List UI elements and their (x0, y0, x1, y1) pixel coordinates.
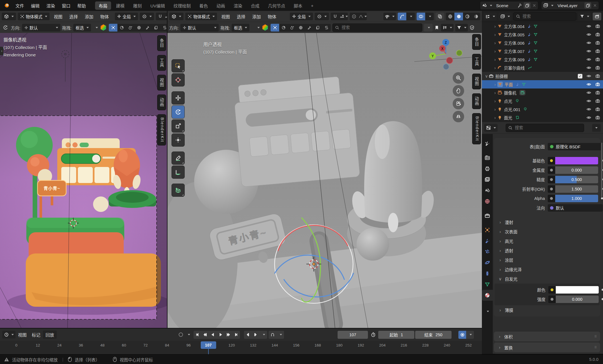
disable-render-camera-icon[interactable] (595, 90, 600, 95)
pin-icon[interactable] (517, 3, 522, 8)
workspace-tab-2[interactable]: 雕刻 (129, 1, 145, 10)
side-tab-4[interactable]: BlenderKit (472, 113, 481, 144)
next-frame-button[interactable] (252, 331, 259, 339)
section-header-5[interactable]: ›边缘光泽 (494, 265, 600, 274)
outliner-row-object[interactable]: ›摄像机 (482, 88, 603, 97)
play-button[interactable] (217, 331, 224, 339)
axis-y-label[interactable]: Y (431, 54, 434, 58)
object-name[interactable]: 面光 (504, 115, 512, 121)
expand-arrow-icon[interactable]: › (493, 107, 497, 112)
expand-arrow-icon[interactable]: › (493, 32, 497, 37)
jump-end-button[interactable] (232, 331, 240, 339)
shading-mode-group[interactable] (446, 13, 480, 20)
side-tab-4[interactable]: BlenderKit (157, 114, 166, 145)
axis-z-label[interactable]: Z (445, 41, 447, 45)
gizmo-group[interactable] (398, 13, 415, 20)
outliner-row-object[interactable]: ›立方体.007 (482, 47, 603, 55)
side-tab-1[interactable]: 工具 (472, 54, 481, 70)
surface-shader-field[interactable]: 原理化 BSDF (548, 143, 603, 150)
jump-start-button[interactable] (194, 331, 201, 339)
drag-handle-icon[interactable]: ⠿ (594, 335, 597, 339)
asset-nodegroup-button[interactable] (322, 24, 331, 32)
outliner-row-object[interactable]: ›点光.001 (482, 105, 603, 113)
properties-tab-render[interactable] (482, 152, 493, 163)
overlay-group[interactable] (417, 13, 434, 20)
object-name[interactable]: 立方体.007 (504, 48, 525, 54)
asset-nodegroup-button[interactable] (160, 24, 167, 32)
asset-search-input[interactable] (341, 25, 420, 30)
disable-render-camera-icon[interactable] (595, 74, 600, 78)
properties-tab-material[interactable] (482, 290, 493, 301)
properties-tab-viewlayer[interactable] (482, 174, 493, 185)
properties-tab-modifiers[interactable] (482, 235, 493, 246)
asset-brush-button[interactable] (143, 24, 152, 32)
object-name[interactable]: 摄像机 (504, 90, 517, 96)
slider-track[interactable]: 1.500 (555, 185, 598, 193)
viewport-menu-3[interactable]: 物体 (98, 13, 111, 19)
viewport-menu-3[interactable]: 物体 (265, 13, 279, 19)
loop-playback-button[interactable] (269, 331, 276, 339)
sidebar-expand-arrow[interactable]: › (0, 47, 3, 55)
expand-arrow-icon[interactable]: › (493, 66, 497, 70)
object-name[interactable]: 贝塞尔曲线 (504, 65, 525, 71)
annotate-tool-button[interactable] (172, 151, 185, 165)
outliner-row-object[interactable]: ›面光 (482, 113, 603, 122)
outliner-search-input[interactable] (522, 14, 574, 19)
outliner-search[interactable] (513, 12, 576, 21)
keyframe-dot-icon[interactable] (601, 197, 603, 199)
hide-viewport-eye-icon[interactable] (586, 82, 591, 87)
filter-button[interactable] (455, 24, 468, 32)
snap-options-button[interactable] (164, 13, 167, 20)
object-visibility-dropdown[interactable] (383, 13, 396, 20)
panel-1[interactable]: ›置换⠿ (494, 343, 600, 352)
viewport-menu-1[interactable]: 选择 (234, 13, 248, 19)
outliner-row-collection[interactable]: ∨拍摄棚✓ (482, 72, 603, 80)
viewlayer-copy-button[interactable] (584, 2, 591, 9)
scene-copy-button[interactable] (524, 2, 531, 9)
properties-tab-world[interactable] (482, 196, 493, 207)
orientation-dropdown[interactable]: 全局 (290, 13, 313, 20)
value-slider[interactable]: 0.500 (548, 176, 598, 183)
asset-model-button[interactable] (271, 24, 279, 32)
move-tool-button[interactable] (172, 91, 185, 105)
disable-render-camera-icon[interactable] (595, 24, 600, 29)
outliner-row-object[interactable]: ›贝塞尔曲线 (482, 64, 603, 72)
workspace-tab-6[interactable]: 动画 (213, 1, 229, 10)
asset-hdr-button[interactable] (296, 24, 305, 32)
side-tab-3[interactable]: 动画 (157, 95, 166, 110)
snap-group[interactable] (156, 13, 167, 20)
disable-render-camera-icon[interactable] (595, 82, 600, 87)
properties-tabs-overflow[interactable] (482, 306, 493, 317)
prev-keyframe-button[interactable] (201, 331, 209, 339)
properties-scrollbar[interactable] (601, 143, 602, 197)
axis-x-label[interactable]: X (441, 47, 444, 51)
measure-tool-button[interactable] (172, 166, 185, 179)
workspace-tab-9[interactable]: 几何节点 (264, 1, 289, 10)
value-slider[interactable]: 0.000 (548, 166, 598, 174)
properties-tab-scene[interactable] (482, 185, 493, 196)
disable-render-camera-icon[interactable] (595, 32, 600, 37)
asset-scene-button[interactable] (288, 24, 296, 32)
frame-step-options[interactable] (259, 331, 267, 339)
shading-rendered-button[interactable] (472, 13, 480, 20)
pivot-dropdown[interactable] (315, 13, 329, 20)
overlays-options-button[interactable] (425, 13, 434, 20)
menu-3[interactable]: 窗口 (58, 3, 74, 9)
mode-dropdown[interactable]: 物体模式 (18, 13, 50, 20)
workspace-tab-7[interactable]: 渲染 (230, 1, 246, 10)
properties-editor-type-button[interactable] (484, 124, 498, 132)
camera-viewport-canvas[interactable]: 青小青~ (0, 33, 167, 328)
scene-delete-icon[interactable] (532, 3, 536, 7)
user-viewport-canvas[interactable]: 青小青~ (168, 33, 482, 328)
shading-solid-button[interactable] (454, 13, 463, 20)
viewlayer-name[interactable]: ViewLayer (555, 3, 583, 8)
zoom-view-button[interactable] (453, 72, 464, 84)
outliner-filter-button[interactable] (578, 13, 591, 20)
outliner-row-object[interactable]: ›平面 (482, 80, 603, 88)
workspace-tab-4[interactable]: 纹理绘制 (170, 1, 194, 10)
timeline-menu-2[interactable]: 回放 (43, 330, 57, 339)
expand-arrow-icon[interactable]: › (493, 57, 497, 62)
properties-tab-tool[interactable] (482, 138, 493, 149)
disable-render-camera-icon[interactable] (595, 99, 600, 103)
section-header-2[interactable]: ›高光 (494, 236, 600, 246)
